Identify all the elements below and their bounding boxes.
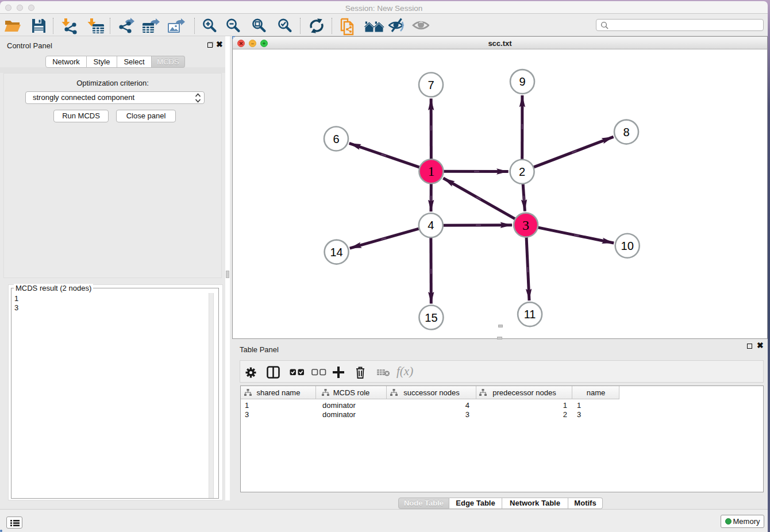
svg-text:1: 1 — [428, 164, 434, 179]
svg-text:8: 8 — [623, 126, 629, 138]
svg-text:4: 4 — [428, 219, 434, 232]
svg-text:10: 10 — [621, 240, 634, 252]
svg-text:15: 15 — [425, 311, 437, 324]
svg-text:2: 2 — [519, 165, 525, 178]
svg-text:9: 9 — [519, 75, 525, 88]
svg-text:11: 11 — [524, 308, 536, 321]
svg-text:6: 6 — [333, 133, 339, 145]
svg-text:3: 3 — [522, 218, 529, 233]
svg-text:14: 14 — [330, 246, 342, 259]
svg-text:7: 7 — [428, 79, 434, 91]
